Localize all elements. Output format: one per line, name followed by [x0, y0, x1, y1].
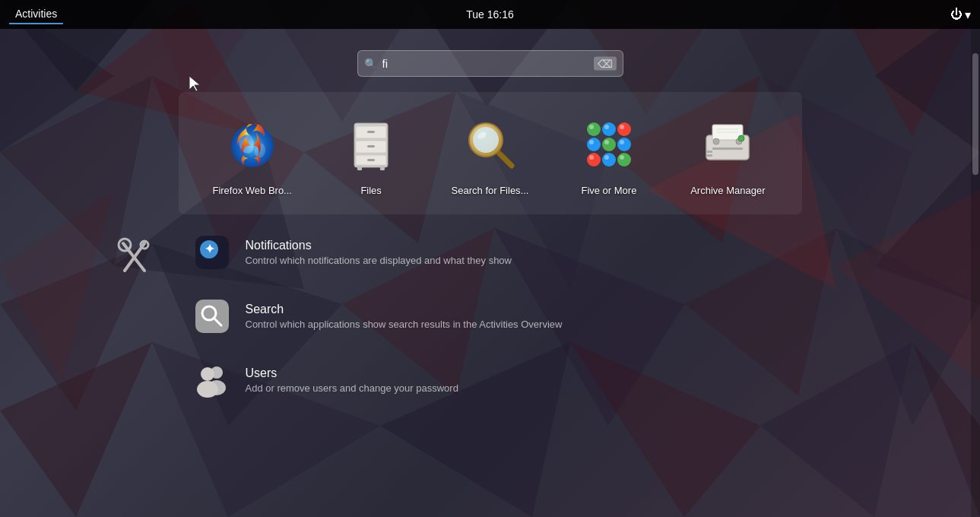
- svg-point-56: [587, 153, 601, 167]
- users-desc: Add or remove users and change your pass…: [246, 382, 458, 394]
- app-item-search-files[interactable]: Search for Files...: [434, 104, 545, 202]
- mouse-cursor: [188, 75, 203, 93]
- clock: Tue 16:16: [466, 8, 514, 21]
- svg-rect-41: [367, 131, 375, 133]
- power-icon: ⏻: [950, 8, 963, 21]
- svg-point-62: [589, 140, 594, 144]
- settings-list: ✦ Notifications Control which notificati…: [179, 220, 802, 412]
- search-clear-button[interactable]: ⌫: [594, 56, 617, 71]
- apps-grid: Firefox Web Bro...: [179, 92, 802, 214]
- svg-rect-77: [706, 154, 712, 157]
- svg-point-73: [713, 138, 719, 144]
- svg-rect-44: [357, 166, 362, 170]
- notifications-text: Notifications Control which notification…: [246, 239, 512, 266]
- users-icon-wrap: [191, 359, 233, 401]
- search-files-icon-wrap: [456, 110, 525, 179]
- svg-point-64: [620, 140, 624, 144]
- topbar: Activities Tue 16:16 ⏻ ▾: [0, 0, 980, 29]
- svg-point-52: [617, 122, 631, 136]
- topbar-controls: ⏻ ▾: [950, 8, 971, 22]
- svg-point-75: [738, 135, 744, 141]
- svg-rect-42: [367, 145, 375, 147]
- power-button[interactable]: ⏻ ▾: [950, 8, 971, 22]
- svg-point-61: [620, 125, 624, 129]
- svg-point-50: [587, 122, 601, 136]
- search-settings-title: Search: [246, 303, 563, 316]
- svg-point-54: [602, 138, 616, 151]
- svg-point-87: [197, 381, 218, 398]
- svg-point-86: [201, 367, 214, 381]
- svg-point-60: [604, 125, 609, 129]
- svg-rect-76: [706, 151, 712, 153]
- svg-marker-36: [189, 76, 200, 91]
- scrollbar-thumb[interactable]: [972, 53, 978, 175]
- svg-point-65: [589, 155, 594, 160]
- svg-line-46: [500, 154, 512, 166]
- notifications-title: Notifications: [246, 239, 512, 252]
- svg-point-67: [620, 155, 624, 160]
- notifications-desc: Control which notifications are displaye…: [246, 255, 512, 266]
- svg-point-59: [589, 125, 594, 129]
- svg-point-66: [604, 155, 609, 160]
- notifications-icon-wrap: ✦: [191, 231, 233, 274]
- tools-icon: [116, 236, 154, 281]
- dropdown-icon: ▾: [965, 8, 971, 22]
- svg-rect-81: [195, 300, 229, 333]
- firefox-icon-wrap: [218, 110, 287, 179]
- svg-text:✦: ✦: [204, 243, 214, 255]
- archive-manager-icon-wrap: [693, 110, 762, 179]
- svg-point-53: [587, 138, 601, 151]
- svg-point-55: [617, 138, 631, 151]
- settings-item-users[interactable]: Users Add or remove users and change you…: [179, 348, 802, 412]
- users-text: Users Add or remove users and change you…: [246, 366, 458, 394]
- search-settings-desc: Control which applications show search r…: [246, 319, 563, 330]
- app-label-five-or-more: Five or More: [581, 185, 636, 196]
- svg-point-57: [602, 153, 616, 167]
- settings-item-notifications[interactable]: ✦ Notifications Control which notificati…: [179, 220, 802, 284]
- svg-point-48: [473, 127, 499, 153]
- search-input[interactable]: [357, 50, 623, 77]
- app-item-five-or-more[interactable]: Five or More: [553, 104, 664, 202]
- svg-rect-43: [367, 159, 375, 161]
- svg-point-58: [617, 153, 631, 167]
- users-title: Users: [246, 366, 458, 380]
- settings-item-search[interactable]: Search Control which applications show s…: [179, 284, 802, 348]
- files-icon-wrap: [337, 110, 405, 179]
- scrollbar[interactable]: [971, 29, 980, 517]
- svg-rect-72: [712, 147, 743, 150]
- svg-point-63: [604, 140, 609, 144]
- search-settings-icon-wrap: [191, 295, 233, 338]
- svg-point-51: [602, 122, 616, 136]
- five-or-more-icon-wrap: [575, 110, 643, 179]
- search-settings-text: Search Control which applications show s…: [246, 303, 563, 330]
- app-item-archive-manager[interactable]: Archive Manager: [672, 104, 783, 202]
- app-label-files: Files: [360, 185, 381, 196]
- activities-button[interactable]: Activities: [9, 5, 63, 24]
- svg-rect-45: [380, 166, 385, 170]
- app-item-files[interactable]: Files: [316, 104, 427, 202]
- app-item-firefox[interactable]: Firefox Web Bro...: [197, 104, 308, 202]
- app-label-search-files: Search for Files...: [452, 185, 529, 196]
- app-label-archive-manager: Archive Manager: [690, 185, 765, 196]
- search-container: 🔍 ⌫: [357, 50, 623, 77]
- app-label-firefox: Firefox Web Bro...: [212, 185, 292, 196]
